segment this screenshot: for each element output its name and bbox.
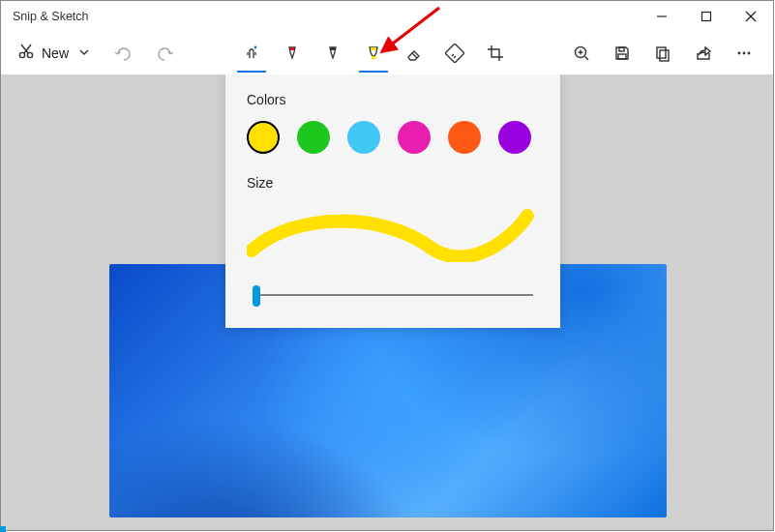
svg-rect-22 bbox=[660, 50, 669, 61]
app-window: Snip & Sketch bbox=[0, 0, 774, 531]
svg-point-25 bbox=[748, 52, 751, 55]
slider-thumb[interactable] bbox=[253, 285, 260, 307]
save-button[interactable] bbox=[603, 34, 641, 73]
colors-label: Colors bbox=[247, 92, 539, 107]
ruler-tool[interactable] bbox=[435, 34, 474, 73]
svg-line-16 bbox=[585, 57, 589, 61]
color-swatch-green[interactable] bbox=[297, 121, 330, 154]
svg-line-14 bbox=[454, 56, 456, 58]
window-controls bbox=[640, 1, 773, 32]
taskbar-accent bbox=[0, 526, 6, 532]
zoom-button[interactable] bbox=[562, 34, 601, 73]
stroke-preview bbox=[247, 204, 539, 262]
undo-button bbox=[104, 34, 142, 73]
color-swatch-sky-blue[interactable] bbox=[347, 121, 380, 154]
maximize-button[interactable] bbox=[684, 1, 729, 32]
svg-rect-21 bbox=[657, 47, 666, 58]
svg-rect-12 bbox=[445, 44, 464, 63]
slider-track bbox=[253, 294, 533, 296]
color-swatch-orange[interactable] bbox=[448, 121, 481, 154]
highlighter-tool[interactable] bbox=[354, 34, 393, 73]
toolbar: New bbox=[1, 32, 773, 74]
minimize-button[interactable] bbox=[640, 1, 684, 32]
share-button[interactable] bbox=[684, 34, 723, 73]
ballpoint-pen-tool[interactable] bbox=[273, 34, 312, 73]
titlebar: Snip & Sketch bbox=[1, 1, 773, 32]
close-button[interactable] bbox=[729, 1, 773, 32]
color-swatch-purple[interactable] bbox=[498, 121, 531, 154]
svg-line-13 bbox=[452, 54, 454, 56]
svg-rect-10 bbox=[372, 56, 375, 59]
redo-button bbox=[146, 34, 185, 73]
crop-tool[interactable] bbox=[476, 34, 515, 73]
pencil-tool[interactable] bbox=[313, 34, 352, 73]
toolbar-center bbox=[189, 34, 558, 73]
toolbar-right bbox=[562, 34, 763, 73]
svg-rect-8 bbox=[331, 47, 335, 50]
svg-rect-1 bbox=[702, 13, 711, 21]
canvas-area[interactable]: Colors Size bbox=[1, 74, 773, 530]
svg-point-23 bbox=[738, 52, 741, 55]
chevron-down-icon[interactable] bbox=[75, 44, 94, 62]
svg-rect-19 bbox=[619, 47, 624, 51]
svg-point-6 bbox=[254, 46, 257, 49]
window-title: Snip & Sketch bbox=[13, 10, 640, 23]
color-swatch-magenta[interactable] bbox=[398, 121, 431, 154]
more-button[interactable] bbox=[725, 34, 763, 73]
toolbar-left: New bbox=[11, 34, 185, 73]
svg-rect-20 bbox=[618, 54, 626, 59]
size-label: Size bbox=[247, 175, 539, 191]
svg-rect-7 bbox=[290, 47, 294, 50]
size-slider[interactable] bbox=[253, 285, 533, 305]
highlighter-popover: Colors Size bbox=[225, 74, 560, 328]
color-swatch-yellow[interactable] bbox=[247, 121, 280, 154]
new-label: New bbox=[42, 45, 69, 61]
snip-icon bbox=[16, 42, 36, 65]
eraser-tool[interactable] bbox=[395, 34, 433, 73]
color-swatches bbox=[247, 121, 539, 154]
copy-button[interactable] bbox=[643, 34, 682, 73]
svg-point-24 bbox=[743, 52, 746, 55]
svg-rect-9 bbox=[371, 47, 376, 50]
new-snip-button[interactable]: New bbox=[11, 36, 100, 71]
touch-writing-tool[interactable] bbox=[232, 34, 271, 73]
